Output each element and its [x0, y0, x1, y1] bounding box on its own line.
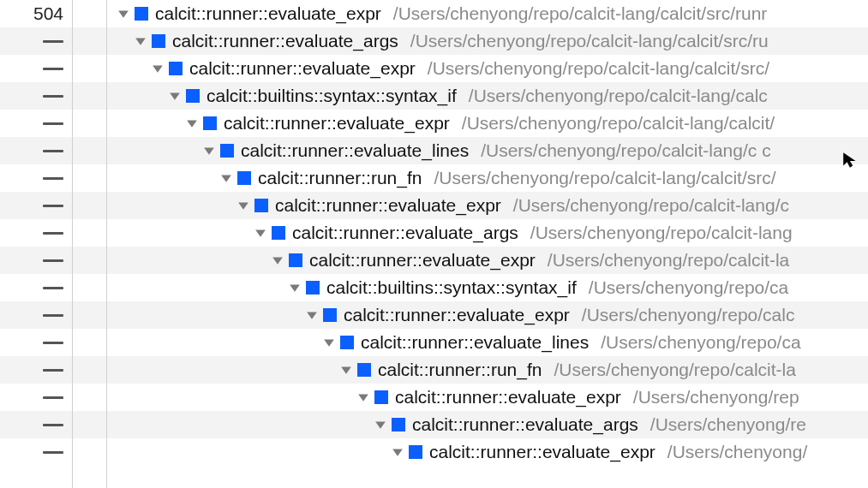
- function-name: calcit::runner::evaluate_args: [292, 223, 518, 243]
- tree-row[interactable]: calcit::runner::evaluate_expr/Users/chen…: [107, 110, 868, 137]
- disclosure-triangle-icon[interactable]: [304, 309, 320, 321]
- spacer-cell: [73, 219, 106, 247]
- disclosure-triangle-icon[interactable]: [287, 282, 302, 294]
- count-cell: [0, 438, 72, 466]
- tree-row[interactable]: calcit::runner::evaluate_expr/Users/chen…: [107, 192, 868, 219]
- source-path: /Users/chenyong/repo/ca: [601, 332, 800, 353]
- tree-row[interactable]: calcit::runner::evaluate_expr/Users/chen…: [107, 301, 868, 329]
- count-cell: [0, 219, 72, 247]
- disclosure-triangle-icon[interactable]: [338, 364, 354, 376]
- tree-row[interactable]: calcit::runner::evaluate_expr/Users/chen…: [107, 438, 868, 466]
- function-name: calcit::builtins::syntax::syntax_if: [207, 86, 457, 106]
- disclosure-triangle-icon[interactable]: [270, 254, 285, 266]
- source-path: /Users/chenyong/repo/calcit-lang/calcit/…: [434, 168, 775, 188]
- spacer-cell: [73, 27, 106, 55]
- count-cell: [0, 27, 72, 55]
- function-name: calcit::builtins::syntax::syntax_if: [326, 277, 577, 298]
- disclosure-triangle-icon[interactable]: [253, 227, 268, 239]
- count-cell: [0, 356, 72, 384]
- spacer-cell: [73, 82, 106, 110]
- count-cell: [0, 411, 72, 438]
- dash-icon: [43, 95, 63, 98]
- tree-row[interactable]: calcit::runner::run_fn/Users/chenyong/re…: [107, 164, 868, 192]
- disclosure-triangle-icon[interactable]: [116, 8, 131, 20]
- dash-icon: [43, 122, 63, 125]
- function-name: calcit::runner::evaluate_args: [412, 414, 638, 435]
- function-name: calcit::runner::evaluate_expr: [395, 387, 621, 408]
- spacer-cell: [73, 438, 106, 466]
- function-name: calcit::runner::evaluate_expr: [309, 250, 536, 271]
- symbol-marker-icon: [357, 363, 371, 377]
- function-name: calcit::runner::run_fn: [378, 360, 542, 380]
- spacer-cell: [73, 137, 106, 164]
- tree-row[interactable]: calcit::runner::evaluate_args/Users/chen…: [107, 219, 868, 247]
- function-name: calcit::runner::evaluate_expr: [224, 113, 450, 134]
- function-name: calcit::runner::evaluate_lines: [241, 140, 469, 161]
- spacer-cell: [73, 411, 106, 438]
- tree-row[interactable]: calcit::runner::evaluate_lines/Users/che…: [107, 329, 868, 356]
- source-path: /Users/chenyong/repo/ca: [589, 277, 788, 298]
- function-name: calcit::runner::evaluate_expr: [275, 195, 501, 216]
- dash-icon: [43, 342, 63, 344]
- dash-icon: [43, 314, 63, 317]
- disclosure-triangle-icon[interactable]: [218, 172, 234, 184]
- disclosure-triangle-icon[interactable]: [133, 35, 148, 47]
- disclosure-triangle-icon[interactable]: [356, 391, 371, 403]
- symbol-marker-icon: [203, 116, 217, 130]
- source-path: /Users/chenyong/repo/calcit-lang/calcit/…: [410, 31, 769, 51]
- count-cell: [0, 384, 72, 411]
- source-path: /Users/chenyong/repo/calcit-lang/calc: [469, 86, 768, 106]
- function-name: calcit::runner::evaluate_expr: [155, 3, 381, 24]
- count-cell: [0, 55, 72, 82]
- function-name: calcit::runner::evaluate_expr: [344, 305, 570, 325]
- spacer-gutter: [73, 0, 107, 488]
- symbol-marker-icon: [374, 390, 388, 404]
- tree-row[interactable]: calcit::runner::evaluate_args/Users/chen…: [107, 27, 868, 55]
- tree-row[interactable]: calcit::runner::run_fn/Users/chenyong/re…: [107, 356, 868, 384]
- source-path: /Users/chenyong/repo/calcit-lang/calcit/…: [393, 3, 768, 24]
- disclosure-triangle-icon[interactable]: [150, 62, 165, 74]
- dash-icon: [43, 150, 63, 152]
- disclosure-triangle-icon[interactable]: [184, 117, 200, 129]
- dash-icon: [43, 232, 63, 235]
- disclosure-triangle-icon[interactable]: [167, 90, 183, 102]
- dash-icon: [43, 451, 63, 454]
- source-path: /Users/chenyong/repo/calcit-lang/calcit/: [462, 113, 775, 134]
- disclosure-triangle-icon[interactable]: [373, 419, 388, 431]
- function-name: calcit::runner::evaluate_lines: [361, 332, 589, 353]
- disclosure-triangle-icon[interactable]: [236, 199, 251, 211]
- count-cell: [0, 110, 72, 137]
- symbol-marker-icon: [272, 226, 285, 240]
- dash-icon: [43, 177, 63, 180]
- tree-row[interactable]: calcit::runner::evaluate_args/Users/chen…: [107, 411, 868, 438]
- count-cell: [0, 164, 72, 192]
- spacer-cell: [73, 110, 106, 137]
- count-gutter: 504: [0, 0, 73, 488]
- disclosure-triangle-icon[interactable]: [201, 145, 217, 157]
- disclosure-triangle-icon[interactable]: [390, 446, 405, 458]
- disclosure-triangle-icon[interactable]: [321, 336, 337, 348]
- source-path: /Users/chenyong/repo/calcit-lang/c: [513, 195, 789, 216]
- tree-row[interactable]: calcit::runner::evaluate_expr/Users/chen…: [107, 247, 868, 274]
- dash-icon: [43, 259, 63, 262]
- tree-row[interactable]: calcit::runner::evaluate_expr/Users/chen…: [107, 384, 868, 411]
- tree-row[interactable]: calcit::builtins::syntax::syntax_if/User…: [107, 82, 868, 110]
- call-tree[interactable]: calcit::runner::evaluate_expr/Users/chen…: [107, 0, 868, 488]
- tree-row[interactable]: calcit::runner::evaluate_lines/Users/che…: [107, 137, 868, 164]
- symbol-marker-icon: [409, 445, 422, 459]
- tree-row[interactable]: calcit::builtins::syntax::syntax_if/User…: [107, 274, 868, 301]
- spacer-cell: [73, 384, 106, 411]
- source-path: /Users/chenyong/repo/calc: [582, 305, 795, 325]
- tree-row[interactable]: calcit::runner::evaluate_expr/Users/chen…: [107, 55, 868, 82]
- function-name: calcit::runner::evaluate_args: [172, 31, 398, 51]
- function-name: calcit::runner::evaluate_expr: [189, 58, 416, 79]
- symbol-marker-icon: [306, 281, 320, 295]
- symbol-marker-icon: [169, 62, 183, 75]
- tree-row[interactable]: calcit::runner::evaluate_expr/Users/chen…: [107, 0, 868, 27]
- spacer-cell: [73, 164, 106, 192]
- dash-icon: [43, 68, 63, 70]
- spacer-cell: [73, 247, 106, 274]
- count-cell: [0, 329, 72, 356]
- symbol-marker-icon: [340, 336, 354, 349]
- source-path: /Users/chenyong/repo/calcit-la: [554, 360, 795, 380]
